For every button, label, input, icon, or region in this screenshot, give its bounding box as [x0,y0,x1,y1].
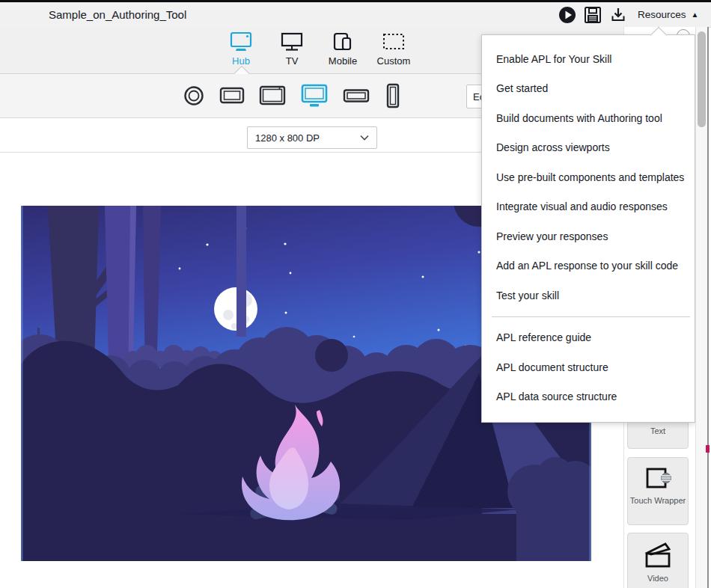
size-select-value: 1280 x 800 DP [255,132,320,144]
wide-strip-hub-icon[interactable] [343,88,370,104]
hub-monitor-icon [229,31,253,52]
scrollbar-pink-marker [706,445,710,453]
tab-mobile-label: Mobile [329,55,357,67]
download-icon [609,6,627,24]
app-window: Sample_on_Authoring_Tool Resources ▲ [0,0,711,588]
portrait-mobile-icon[interactable] [384,83,402,108]
scrollbar-thumb[interactable] [698,31,706,127]
custom-dashed-icon [382,31,406,52]
dark-canopy-blob [315,339,348,372]
resources-menu: Enable APL for Your Skill Get started Bu… [481,34,695,423]
menu-item-add-apl-response[interactable]: Add an APL response to your skill code [482,251,695,281]
tab-mobile[interactable]: Mobile [323,31,362,67]
tab-custom-label: Custom [377,55,411,67]
document-title: Sample_on_Authoring_Tool [49,2,186,27]
tv-icon [280,31,304,52]
tab-custom[interactable]: Custom [374,31,413,67]
tab-tv-label: TV [286,55,299,67]
tab-hub[interactable]: Hub [222,31,260,67]
menu-item-test-skill[interactable]: Test your skill [482,281,695,310]
menu-item-apl-datasource-structure[interactable]: APL data source structure [482,382,695,412]
menu-item-preview-responses[interactable]: Preview your responses [482,221,695,251]
menu-item-enable-apl[interactable]: Enable APL for Your Skill [482,44,695,74]
moon [214,287,257,331]
menu-divider [492,316,690,317]
small-landscape-hub-icon[interactable] [219,87,245,105]
touch-wrapper-icon [643,466,673,491]
menu-item-apl-reference[interactable]: APL reference guide [482,323,695,353]
size-select[interactable]: 1280 x 800 DP [247,126,377,149]
landscape-hub-camera-icon[interactable] [259,85,286,106]
right-bush [507,457,591,561]
component-label-text: Text [650,426,665,436]
tab-tv[interactable]: TV [272,31,311,67]
menu-item-apl-document-structure[interactable]: APL document structure [482,352,695,382]
menu-item-integrate-responses[interactable]: Integrate visual and audio responses [482,192,695,222]
resources-label: Resources [638,2,686,27]
round-hub-icon[interactable] [183,85,205,107]
window-right-edge [707,27,709,588]
device-tabs: Hub TV Mobile Custom [222,31,413,67]
component-card-video[interactable]: Video [627,533,689,588]
play-icon [558,6,576,24]
menu-item-build-documents[interactable]: Build documents with Authoring tool [482,103,695,133]
mobile-devices-icon [331,31,355,52]
large-hub-monitor-icon-selected[interactable] [300,84,329,108]
resources-button[interactable]: Resources ▲ [638,2,698,27]
menu-item-get-started[interactable]: Get started [482,74,695,104]
download-button[interactable] [609,6,627,24]
save-button[interactable] [584,6,602,24]
play-button[interactable] [558,6,576,24]
viewport-shapes [183,81,402,111]
caret-up-icon: ▲ [692,2,699,27]
component-card-touch-wrapper[interactable]: Touch Wrapper [627,457,689,525]
component-label-video: Video [647,574,668,584]
save-icon [584,6,602,24]
component-label-touch-wrapper: Touch Wrapper [630,496,686,506]
menu-item-prebuilt-components[interactable]: Use pre-built components and templates [482,162,695,192]
menu-item-design-viewports[interactable]: Design across viewports [482,133,695,163]
video-component-icon [640,540,676,572]
chevron-down-icon [360,135,369,141]
